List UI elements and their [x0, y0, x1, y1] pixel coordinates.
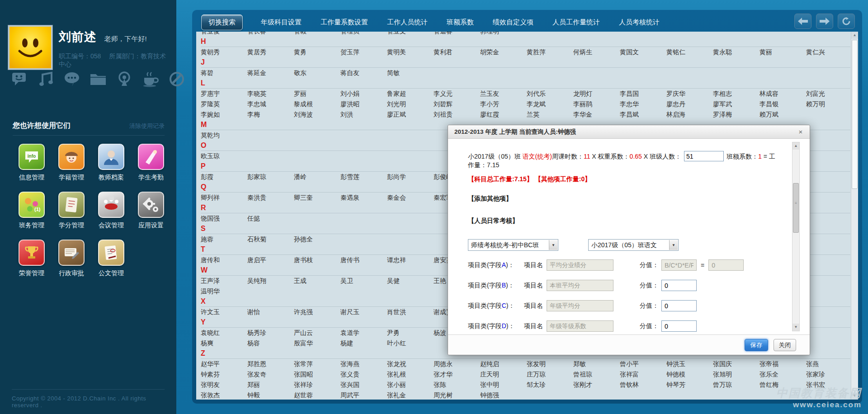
- staff-name[interactable]: 张中明: [480, 380, 527, 390]
- staff-name[interactable]: 黄铭仁: [666, 47, 713, 57]
- staff-name[interactable]: 郑胜恩: [247, 359, 294, 369]
- save-button[interactable]: 保存: [745, 339, 768, 351]
- tab-5[interactable]: 班额系数: [446, 14, 475, 30]
- dialog-scrollbar[interactable]: ▲ ≡ ▼: [792, 142, 800, 331]
- staff-name[interactable]: 吴健: [387, 276, 434, 286]
- refresh-button[interactable]: [838, 14, 855, 29]
- staff-name[interactable]: 温明华: [201, 286, 247, 296]
- scroll-up-arrow[interactable]: ▲: [851, 32, 858, 39]
- staff-name[interactable]: 钟德强: [480, 390, 527, 400]
- staff-name[interactable]: 黄勇: [294, 47, 340, 57]
- staff-name[interactable]: 庄万琼: [527, 369, 573, 380]
- staff-name[interactable]: 张乐全: [760, 369, 806, 380]
- staff-name[interactable]: 张兴国: [340, 380, 387, 390]
- staff-name[interactable]: 黄朝秀: [201, 47, 247, 57]
- staff-name[interactable]: 彭雪莲: [340, 172, 387, 182]
- staff-name[interactable]: 刘光明: [387, 99, 434, 109]
- staff-name[interactable]: 许文玉: [201, 307, 247, 317]
- staff-name[interactable]: 张礼金: [387, 390, 434, 400]
- score-value-input[interactable]: [661, 320, 697, 332]
- staff-name[interactable]: 钟琴芳: [666, 380, 713, 390]
- tab-8[interactable]: 人员考核统计: [618, 14, 660, 30]
- staff-name[interactable]: 吴纯翔: [247, 276, 294, 286]
- staff-name[interactable]: 管业文: [387, 32, 434, 37]
- staff-name[interactable]: 郑敏: [573, 359, 620, 369]
- staff-name[interactable]: 黄胜萍: [527, 47, 573, 57]
- staff-name[interactable]: 杨容: [247, 338, 294, 348]
- staff-name[interactable]: 黄仁兴: [806, 47, 850, 57]
- staff-name[interactable]: 孙德全: [294, 234, 340, 245]
- app-tile-4[interactable]: 学生考勤: [131, 144, 171, 192]
- forward-button[interactable]: [816, 14, 833, 29]
- tab-3[interactable]: 工作量系数设置: [320, 14, 369, 30]
- staff-name[interactable]: 蒋延金: [247, 68, 294, 78]
- tab-1[interactable]: 切换搜索: [201, 14, 243, 30]
- staff-name[interactable]: 兰英: [527, 109, 573, 120]
- staff-name[interactable]: 张帝福: [760, 359, 806, 369]
- staff-name[interactable]: 郭理明: [480, 32, 527, 37]
- staff-name[interactable]: 罗泽梅: [713, 109, 760, 120]
- staff-name[interactable]: 管毅: [294, 32, 340, 37]
- staff-name[interactable]: 杨爽: [201, 338, 247, 348]
- staff-name[interactable]: 管迪春: [434, 32, 480, 37]
- app-tile-8[interactable]: 应用设置: [131, 192, 171, 240]
- staff-name[interactable]: 李晓英: [247, 89, 294, 99]
- staff-name[interactable]: 钟素芬: [201, 369, 247, 380]
- staff-name[interactable]: 张才华: [434, 369, 480, 380]
- staff-name[interactable]: 刘代乐: [527, 89, 573, 99]
- staff-name[interactable]: 张常萍: [294, 359, 340, 369]
- staff-name[interactable]: 刘洪: [340, 109, 387, 120]
- staff-name[interactable]: 杨建: [340, 338, 387, 348]
- staff-name[interactable]: 管业俊: [201, 32, 247, 37]
- staff-name[interactable]: 张国昭: [294, 369, 340, 380]
- staff-name[interactable]: 曾钦林: [620, 380, 666, 390]
- staff-name[interactable]: 郑丽: [247, 380, 294, 390]
- staff-name[interactable]: 黄永聪: [713, 47, 760, 57]
- staff-name[interactable]: 张发明: [527, 359, 573, 369]
- staff-name[interactable]: 廖红霞: [480, 109, 527, 120]
- staff-name[interactable]: 张祥富: [620, 369, 666, 380]
- staff-name[interactable]: 兰玉友: [480, 89, 527, 99]
- staff-name[interactable]: 赵纯启: [480, 359, 527, 369]
- staff-name[interactable]: 黎成根: [294, 99, 340, 109]
- staff-name[interactable]: 贺玉萍: [340, 47, 387, 57]
- staff-name[interactable]: 唐启平: [247, 255, 294, 265]
- sms-icon[interactable]: [10, 69, 29, 89]
- staff-name[interactable]: 廖正斌: [387, 109, 434, 120]
- staff-name[interactable]: 罗惠宇: [201, 89, 247, 99]
- staff-name[interactable]: 任懿: [247, 213, 294, 224]
- staff-name[interactable]: 石秋菊: [247, 234, 294, 245]
- dialog-scroll-thumb[interactable]: ≡: [793, 183, 799, 233]
- staff-name[interactable]: 张燕: [806, 359, 850, 369]
- staff-name[interactable]: 袁道学: [340, 328, 387, 338]
- staff-name[interactable]: 吴卫: [340, 276, 387, 286]
- staff-name[interactable]: 钟洪玉: [666, 359, 713, 369]
- app-tile-9[interactable]: 荣誉管理: [12, 240, 52, 287]
- staff-name[interactable]: 殷富华: [294, 338, 340, 348]
- class-size-input[interactable]: [684, 151, 724, 161]
- staff-name[interactable]: 廖军武: [713, 99, 760, 109]
- staff-name[interactable]: 唐传和: [201, 255, 247, 265]
- staff-name[interactable]: 叶小红: [387, 338, 434, 348]
- staff-name[interactable]: 胡荣金: [480, 47, 527, 57]
- staff-name[interactable]: 秦遇泉: [340, 193, 387, 203]
- staff-name[interactable]: 罗庆华: [666, 89, 713, 99]
- staff-name[interactable]: 张国庆: [713, 359, 760, 369]
- staff-name[interactable]: 赵世蓉: [294, 390, 340, 400]
- staff-name[interactable]: 袁晓红: [201, 328, 247, 338]
- staff-name[interactable]: 曾小平: [620, 359, 666, 369]
- staff-name[interactable]: 管长春: [247, 32, 294, 37]
- staff-name[interactable]: 张义贵: [340, 369, 387, 380]
- staff-name[interactable]: 敬东: [294, 68, 340, 78]
- staff-name[interactable]: 张祥珍: [294, 380, 340, 390]
- tab-2[interactable]: 年级科目设置: [260, 14, 302, 30]
- staff-name[interactable]: 李龙斌: [527, 99, 573, 109]
- staff-name[interactable]: 李昌斌: [620, 109, 666, 120]
- app-tile-3[interactable]: 教师档案: [91, 144, 131, 192]
- staff-name[interactable]: 龙明灯: [573, 89, 620, 99]
- staff-name[interactable]: 李忠城: [247, 99, 294, 109]
- staff-name[interactable]: 唐传书: [340, 255, 387, 265]
- staff-name[interactable]: 何炳生: [573, 47, 620, 57]
- review-scheme-select[interactable]: 师绩考核统考-初中BC班 ▼: [468, 239, 558, 251]
- staff-name[interactable]: 潘岭: [294, 172, 340, 182]
